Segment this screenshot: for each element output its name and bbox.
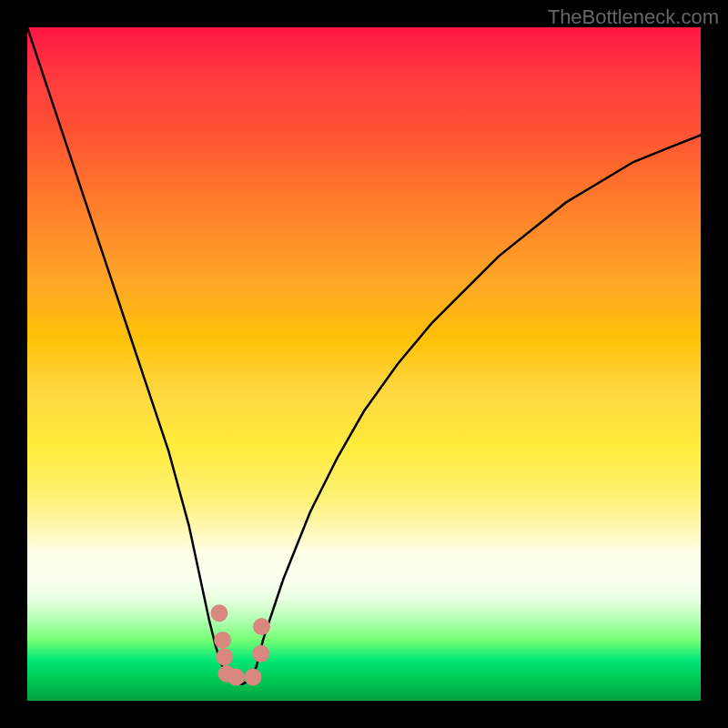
marker-dot: [253, 618, 270, 635]
chart-svg: [27, 27, 701, 701]
bottleneck-curve: [27, 27, 701, 684]
watermark-text: TheBottleneck.com: [548, 5, 719, 29]
marker-dot: [214, 632, 231, 649]
highlight-markers: [210, 604, 270, 685]
marker-dot: [252, 645, 269, 662]
marker-dot: [218, 665, 236, 682]
marker-dot: [244, 669, 261, 686]
chart-plot-area: [27, 27, 701, 701]
marker-dot: [210, 604, 228, 622]
marker-dot: [228, 669, 245, 686]
marker-dot: [216, 648, 233, 665]
